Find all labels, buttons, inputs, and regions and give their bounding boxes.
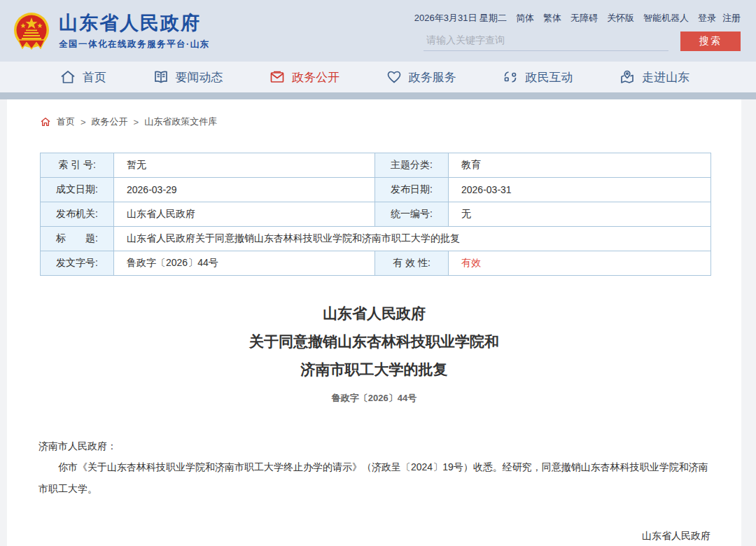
document-body: 济南市人民政府： 你市《关于山东杏林科技职业学院和济南市职工大学终止办学的请示》… [7, 435, 741, 546]
issuing-agency-value: 山东省人民政府 [114, 202, 375, 227]
nav-item-visit-shandong[interactable]: 走进山东 [619, 69, 690, 85]
nav-label: 政务服务 [409, 69, 456, 85]
title-label: 标 题: [41, 227, 114, 251]
table-row: 索 引 号: 暂无 主题分类: 教育 [41, 153, 711, 178]
nav-label: 政民互动 [525, 69, 573, 85]
nav-label: 走进山东 [642, 69, 690, 85]
nav-item-news[interactable]: 要闻动态 [153, 69, 223, 85]
document-reference-number: 鲁政字〔2026〕44号 [7, 392, 741, 405]
document-info-table: 索 引 号: 暂无 主题分类: 教育 成文日期: 2026-03-29 发布日期… [40, 153, 711, 276]
site-header: 山东省人民政府 全国一体化在线政务服务平台·山东 2026年3月31日 星期二 … [0, 0, 756, 62]
title-value: 山东省人民政府关于同意撤销山东杏林科技职业学院和济南市职工大学的批复 [114, 227, 711, 251]
doc-number-value: 鲁政字〔2026〕44号 [114, 251, 375, 276]
index-number-label: 索 引 号: [41, 153, 114, 178]
breadcrumb-home-icon [40, 116, 51, 127]
search-input[interactable] [424, 32, 668, 51]
link-login[interactable]: 登录 [698, 12, 716, 24]
signature-org: 山东省人民政府 [38, 524, 710, 546]
validity-value: 有效 [449, 251, 711, 276]
publish-date-label: 发布日期: [375, 178, 449, 202]
interaction-icon [502, 69, 519, 85]
main-nav: 首页 要闻动态 政务公开 政务服务 [0, 62, 756, 92]
document-title-line: 山东省人民政府 [7, 300, 741, 328]
link-accessibility[interactable]: 无障碍 [570, 12, 598, 24]
top-utility-bar: 2026年3月31日 星期二 简体 繁体 无障碍 关怀版 智能机器人 登录 注册 [414, 12, 741, 24]
home-icon [59, 69, 76, 85]
nav-label: 要闻动态 [176, 69, 223, 85]
document-title: 山东省人民政府 关于同意撤销山东杏林科技职业学院和 济南市职工大学的批复 [7, 300, 741, 384]
nav-item-public-interaction[interactable]: 政民互动 [502, 69, 573, 85]
link-traditional[interactable]: 繁体 [543, 12, 561, 24]
breadcrumb-separator: > [80, 117, 86, 127]
search-button[interactable]: 搜索 [680, 31, 741, 51]
signature-block: 山东省人民政府 2026年3月29日 [38, 524, 710, 546]
nav-item-gov-disclosure[interactable]: 政务公开 [269, 69, 340, 85]
breadcrumb: 首页 > 政务公开 > 山东省政策文件库 [7, 115, 741, 129]
current-date: 2026年3月31日 星期二 [414, 12, 507, 24]
validity-label: 有 效 性: [375, 251, 449, 276]
unified-number-value: 无 [449, 202, 711, 227]
site-title: 山东省人民政府 [59, 12, 210, 34]
breadcrumb-home[interactable]: 首页 [57, 115, 75, 128]
topic-category-label: 主题分类: [375, 153, 449, 178]
national-emblem-logo [13, 12, 50, 50]
table-row: 发布机关: 山东省人民政府 统一编号: 无 [41, 202, 711, 227]
issuing-agency-label: 发布机关: [41, 202, 114, 227]
unified-number-label: 统一编号: [375, 202, 449, 227]
table-row: 成文日期: 2026-03-29 发布日期: 2026-03-31 [41, 178, 711, 202]
document-title-line: 关于同意撤销山东杏林科技职业学院和 [7, 328, 741, 356]
salutation: 济南市人民政府： [38, 435, 710, 456]
nav-label: 首页 [83, 69, 106, 85]
site-subtitle: 全国一体化在线政务服务平台·山东 [59, 38, 210, 50]
nav-label: 政务公开 [292, 69, 340, 85]
body-paragraph: 你市《关于山东杏林科技职业学院和济南市职工大学终止办学的请示》（济政呈〔2024… [38, 456, 710, 500]
link-register[interactable]: 注册 [722, 12, 741, 24]
link-simplified[interactable]: 简体 [516, 12, 534, 24]
envelope-icon [269, 69, 286, 85]
heart-icon [386, 69, 402, 85]
search-bar: 搜索 [424, 31, 741, 51]
table-row: 发文字号: 鲁政字〔2026〕44号 有 效 性: 有效 [41, 251, 711, 276]
nav-divider-strip [0, 92, 756, 99]
link-smart-robot[interactable]: 智能机器人 [643, 12, 689, 24]
written-date-label: 成文日期: [41, 178, 114, 202]
document-title-line: 济南市职工大学的批复 [7, 356, 741, 384]
map-pin-icon [619, 69, 636, 85]
link-care-version[interactable]: 关怀版 [607, 12, 634, 24]
publish-date-value: 2026-03-31 [449, 178, 711, 202]
breadcrumb-current: 山东省政策文件库 [144, 115, 217, 128]
nav-item-gov-services[interactable]: 政务服务 [386, 69, 456, 85]
nav-item-home[interactable]: 首页 [59, 69, 106, 85]
book-icon [153, 69, 169, 85]
page-content: 首页 > 政务公开 > 山东省政策文件库 索 引 号: 暂无 主题分类: 教育 … [7, 99, 741, 546]
table-row: 标 题: 山东省人民政府关于同意撤销山东杏林科技职业学院和济南市职工大学的批复 [41, 227, 711, 251]
index-number-value: 暂无 [114, 153, 375, 178]
breadcrumb-gov-disclosure[interactable]: 政务公开 [92, 115, 128, 128]
doc-number-label: 发文字号: [41, 251, 114, 276]
written-date-value: 2026-03-29 [114, 178, 375, 202]
topic-category-value: 教育 [449, 153, 711, 178]
breadcrumb-separator: > [134, 117, 139, 127]
